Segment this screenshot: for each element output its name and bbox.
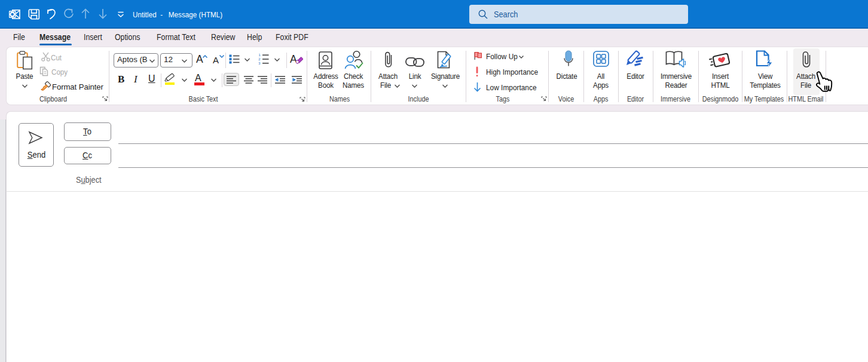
- svg-text:2: 2: [258, 57, 260, 61]
- svg-text:3: 3: [258, 62, 260, 65]
- svg-text:1: 1: [259, 53, 261, 57]
